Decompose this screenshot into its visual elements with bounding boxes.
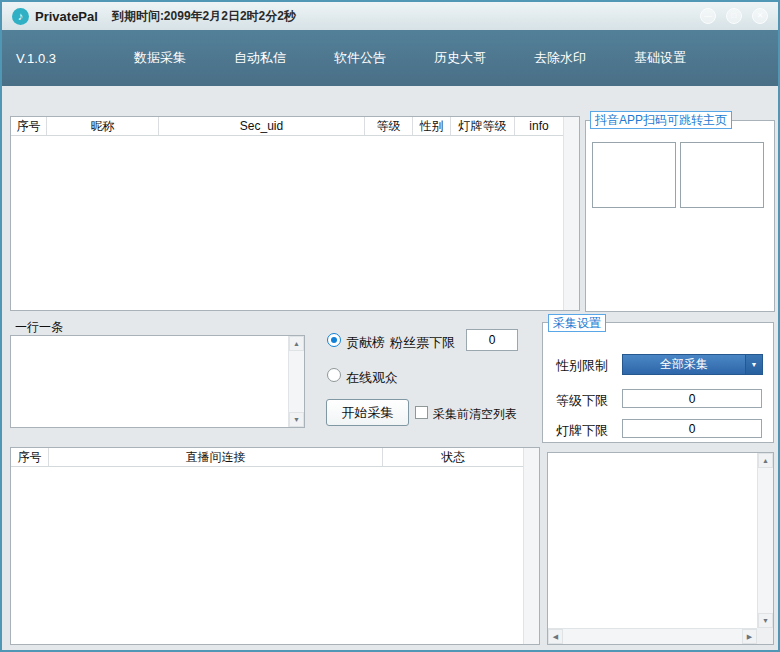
clear-list-checkbox[interactable]	[415, 406, 428, 419]
music-note-icon: ♪	[18, 10, 24, 22]
close-icon: ✕	[757, 11, 764, 20]
titlebar: ♪ PrivatePal 到期时间:2099年2月2日2时2分2秒 — □ ✕	[2, 2, 778, 30]
nav-item-data-collect[interactable]: 数据采集	[110, 49, 210, 67]
log-scroll-right-icon[interactable]: ▶	[742, 629, 757, 644]
level-limit-input[interactable]	[622, 389, 762, 408]
nav-item-settings[interactable]: 基础设置	[610, 49, 710, 67]
live-room-table: 序号 直播间连接 状态	[10, 447, 540, 645]
col-gender: 性别	[413, 117, 451, 135]
nav-item-auto-dm[interactable]: 自动私信	[210, 49, 310, 67]
expiry-time-text: 到期时间:2099年2月2日2时2分2秒	[112, 8, 296, 25]
level-limit-label: 等级下限	[556, 392, 608, 410]
online-audience-radio[interactable]	[327, 368, 341, 382]
gender-dropdown-value: 全部采集	[623, 355, 745, 374]
maximize-icon: □	[732, 11, 737, 20]
col-live-link: 直播间连接	[49, 448, 383, 466]
badge-limit-label: 灯牌下限	[556, 422, 608, 440]
nav-item-history[interactable]: 历史大哥	[410, 49, 510, 67]
user-result-table: 序号 昵称 Sec_uid 等级 性别 灯牌等级 info	[10, 116, 580, 311]
contribution-radio[interactable]	[327, 333, 341, 347]
log-horizontal-scrollbar[interactable]	[548, 628, 757, 644]
app-title: PrivatePal	[35, 9, 98, 24]
log-output-area: ▲ ▼ ◀ ▶	[547, 452, 774, 645]
room-links-input[interactable]: ▲ ▼	[10, 335, 305, 428]
minimize-button[interactable]: —	[700, 8, 716, 24]
badge-limit-input[interactable]	[622, 419, 762, 438]
col-info: info	[515, 117, 563, 135]
col-live-status: 状态	[383, 448, 523, 466]
minimize-icon: —	[704, 11, 712, 20]
user-table-header: 序号 昵称 Sec_uid 等级 性别 灯牌等级 info	[11, 117, 579, 136]
col-badge-level: 灯牌等级	[451, 117, 515, 135]
log-scroll-up-icon[interactable]: ▲	[758, 453, 773, 468]
lines-input-label: 一行一条	[15, 319, 63, 336]
qr-panel	[585, 120, 775, 312]
nav-menu: 数据采集 自动私信 软件公告 历史大哥 去除水印 基础设置	[110, 49, 710, 67]
maximize-button[interactable]: □	[726, 8, 742, 24]
qr-code-box-2	[680, 142, 764, 208]
col-secuid: Sec_uid	[159, 117, 365, 135]
close-button[interactable]: ✕	[752, 8, 768, 24]
main-navbar: V.1.0.3 数据采集 自动私信 软件公告 历史大哥 去除水印 基础设置	[2, 30, 778, 86]
fan-ticket-input[interactable]	[466, 329, 518, 351]
log-text	[550, 455, 755, 626]
room-links-text[interactable]	[13, 338, 286, 425]
col-nickname: 昵称	[47, 117, 159, 135]
version-text: V.1.0.3	[16, 51, 94, 66]
log-scroll-left-icon[interactable]: ◀	[548, 629, 563, 644]
gender-limit-dropdown[interactable]: 全部采集 ▼	[622, 354, 763, 375]
clear-list-checkbox-label[interactable]: 采集前清空列表	[433, 406, 517, 423]
log-scroll-down-icon[interactable]: ▼	[758, 613, 773, 628]
qr-code-box-1	[592, 142, 676, 208]
nav-item-announcement[interactable]: 软件公告	[310, 49, 410, 67]
nav-item-watermark[interactable]: 去除水印	[510, 49, 610, 67]
col-level: 等级	[365, 117, 413, 135]
app-logo-icon: ♪	[12, 8, 29, 25]
settings-panel-label: 采集设置	[548, 314, 606, 332]
col-live-index: 序号	[11, 448, 49, 466]
gender-limit-label: 性别限制	[556, 357, 608, 375]
log-vertical-scrollbar[interactable]	[757, 453, 773, 628]
settings-panel: 性别限制 全部采集 ▼ 等级下限 灯牌下限	[542, 322, 774, 443]
app-window: ♪ PrivatePal 到期时间:2099年2月2日2时2分2秒 — □ ✕ …	[0, 0, 780, 652]
live-table-scrollbar[interactable]	[523, 448, 539, 644]
chevron-down-icon[interactable]: ▼	[745, 355, 762, 374]
scrollbar-corner	[757, 628, 773, 644]
qr-panel-label: 抖音APP扫码可跳转主页	[590, 111, 732, 129]
fan-ticket-label: 粉丝票下限	[390, 334, 455, 352]
contribution-radio-label[interactable]: 贡献榜	[346, 334, 385, 352]
scroll-down-icon[interactable]: ▼	[289, 412, 304, 427]
live-table-header: 序号 直播间连接 状态	[11, 448, 539, 467]
col-index: 序号	[11, 117, 47, 135]
online-audience-radio-label[interactable]: 在线观众	[346, 369, 398, 387]
user-table-scrollbar[interactable]	[563, 117, 579, 310]
start-collect-button[interactable]: 开始采集	[326, 399, 409, 426]
scroll-up-icon[interactable]: ▲	[289, 336, 304, 351]
window-controls: — □ ✕	[700, 8, 768, 24]
